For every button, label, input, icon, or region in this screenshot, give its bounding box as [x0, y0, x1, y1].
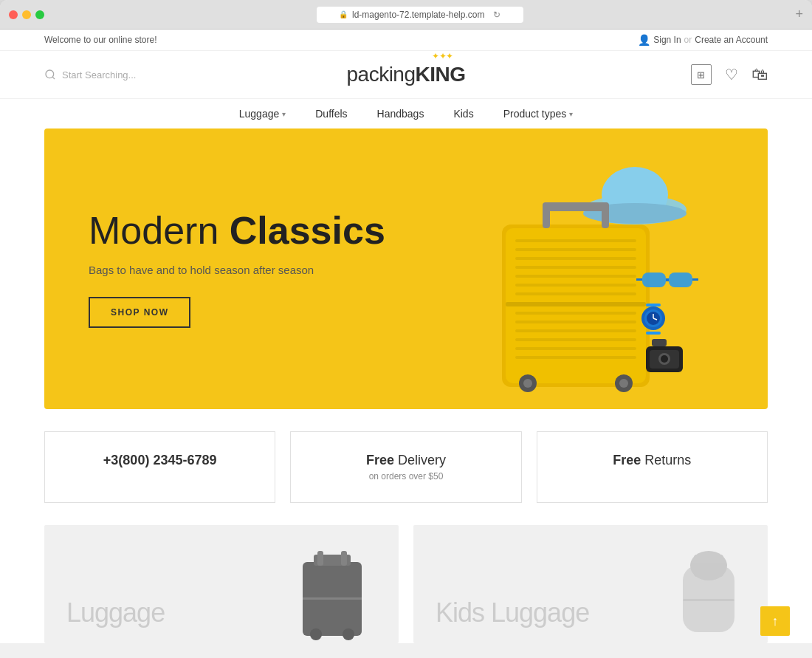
top-bar: Welcome to our online store! 👤 Sign In o…	[0, 30, 812, 51]
info-box-phone: +3(800) 2345-6789	[44, 431, 275, 503]
kids-silhouette	[664, 540, 753, 643]
browser-window: 🔒 ld-magento-72.template-help.com ↻ + We…	[0, 0, 812, 658]
compare-icon[interactable]: ⊞	[691, 64, 712, 85]
svg-rect-29	[669, 273, 692, 287]
search-area[interactable]: Start Searching...	[44, 69, 162, 80]
url-text: ld-magento-72.template-help.com	[352, 10, 484, 20]
svg-rect-13	[515, 257, 636, 260]
close-button[interactable]	[9, 10, 18, 19]
luggage-silhouette	[281, 540, 384, 643]
svg-rect-14	[515, 266, 636, 269]
header: Start Searching... packingKING ✦✦✦ ⊞ ♡ 🛍	[0, 51, 812, 98]
svg-rect-56	[683, 599, 734, 601]
returns-bold: Free	[613, 453, 641, 467]
svg-rect-30	[666, 278, 669, 281]
hero-title-light: Modern	[89, 209, 230, 252]
svg-rect-9	[543, 202, 550, 228]
search-placeholder: Start Searching...	[62, 69, 136, 80]
cart-icon[interactable]: 🛍	[751, 65, 768, 83]
logo-king: KING	[416, 63, 466, 86]
svg-point-26	[523, 379, 532, 388]
svg-rect-34	[646, 332, 661, 335]
hero-banner: Modern Classics Bags to have and to hold…	[44, 128, 768, 409]
delivery-bold: Free	[366, 453, 394, 467]
delivery-normal: Delivery	[398, 453, 446, 467]
nav-luggage[interactable]: Luggage ▾	[239, 108, 286, 120]
svg-rect-23	[515, 356, 636, 359]
hero-subtitle: Bags to have and to hold season after se…	[89, 264, 385, 276]
hero-illustration	[384, 136, 738, 402]
search-icon	[44, 69, 56, 80]
svg-rect-55	[718, 555, 723, 577]
category-luggage-label: Luggage	[66, 597, 165, 628]
category-kids-label: Kids Luggage	[436, 597, 589, 628]
welcome-text: Welcome to our online store!	[44, 35, 157, 45]
info-boxes: +3(800) 2345-6789 Free Delivery on order…	[44, 431, 768, 503]
delivery-subtext: on orders over $50	[306, 471, 506, 481]
svg-rect-12	[515, 248, 636, 251]
refresh-icon[interactable]: ↻	[493, 10, 500, 20]
svg-point-0	[46, 70, 54, 78]
phone-number[interactable]: +3(800) 2345-6789	[60, 453, 260, 468]
svg-rect-15	[515, 275, 636, 278]
nav-handbags[interactable]: Handbags	[377, 108, 424, 120]
scroll-top-button[interactable]: ↑	[760, 606, 790, 636]
traffic-lights	[9, 10, 44, 19]
svg-rect-47	[317, 551, 323, 566]
hero-svg	[384, 136, 738, 402]
main-nav: Luggage ▾ Duffels Handbags Kids Product …	[0, 98, 812, 128]
top-bar-right: 👤 Sign In or Create an Account	[638, 34, 768, 46]
nav-duffels[interactable]: Duffels	[315, 108, 347, 120]
info-box-returns: Free Returns	[537, 431, 768, 503]
svg-rect-48	[341, 551, 347, 566]
signin-link[interactable]: Sign In	[653, 35, 681, 45]
cart-wrapper[interactable]: 🛍	[751, 65, 768, 84]
returns-text: Free Returns	[552, 453, 752, 468]
shop-now-button[interactable]: SHOP NOW	[89, 297, 190, 328]
svg-rect-31	[636, 278, 642, 281]
returns-normal: Returns	[644, 453, 691, 467]
maximize-button[interactable]	[35, 10, 44, 19]
svg-rect-11	[515, 239, 636, 242]
svg-rect-17	[515, 292, 636, 295]
svg-rect-22	[515, 347, 636, 350]
svg-rect-32	[692, 278, 698, 281]
categories-section: Luggage Kids Luggage	[44, 525, 768, 643]
minimize-button[interactable]	[22, 10, 31, 19]
svg-rect-7	[506, 302, 646, 306]
create-account-link[interactable]: Create an Account	[695, 35, 768, 45]
separator: or	[684, 35, 692, 45]
product-types-chevron: ▾	[569, 110, 573, 118]
svg-rect-33	[646, 304, 661, 306]
browser-titlebar: 🔒 ld-magento-72.template-help.com ↻ +	[0, 0, 812, 30]
svg-point-43	[661, 355, 668, 363]
luggage-chevron: ▾	[282, 110, 286, 118]
svg-point-27	[619, 379, 628, 388]
add-tab-button[interactable]: +	[795, 7, 803, 22]
hero-title-bold: Classics	[230, 209, 385, 252]
hero-content: Modern Classics Bags to have and to hold…	[44, 165, 430, 372]
svg-rect-28	[642, 273, 666, 287]
svg-rect-16	[515, 284, 636, 287]
logo[interactable]: packingKING ✦✦✦	[346, 63, 465, 86]
svg-rect-54	[694, 555, 700, 577]
svg-rect-21	[515, 338, 636, 341]
address-bar-input[interactable]: 🔒 ld-magento-72.template-help.com ↻	[317, 7, 523, 23]
svg-rect-19	[515, 321, 636, 323]
wishlist-icon[interactable]: ♡	[725, 66, 738, 83]
hero-title: Modern Classics	[89, 210, 385, 252]
nav-product-types[interactable]: Product types ▾	[503, 108, 574, 120]
category-luggage[interactable]: Luggage	[44, 525, 399, 643]
delivery-text: Free Delivery	[306, 453, 506, 468]
svg-line-1	[52, 77, 55, 79]
svg-rect-8	[543, 202, 609, 211]
svg-rect-49	[303, 597, 362, 600]
nav-kids[interactable]: Kids	[453, 108, 473, 120]
svg-point-51	[343, 628, 354, 640]
svg-rect-44	[652, 339, 667, 346]
svg-rect-20	[515, 329, 636, 332]
site-content: Welcome to our online store! 👤 Sign In o…	[0, 30, 812, 643]
category-kids-luggage[interactable]: Kids Luggage	[413, 525, 768, 643]
header-icons: ⊞ ♡ 🛍	[650, 64, 768, 85]
svg-rect-10	[602, 202, 609, 228]
